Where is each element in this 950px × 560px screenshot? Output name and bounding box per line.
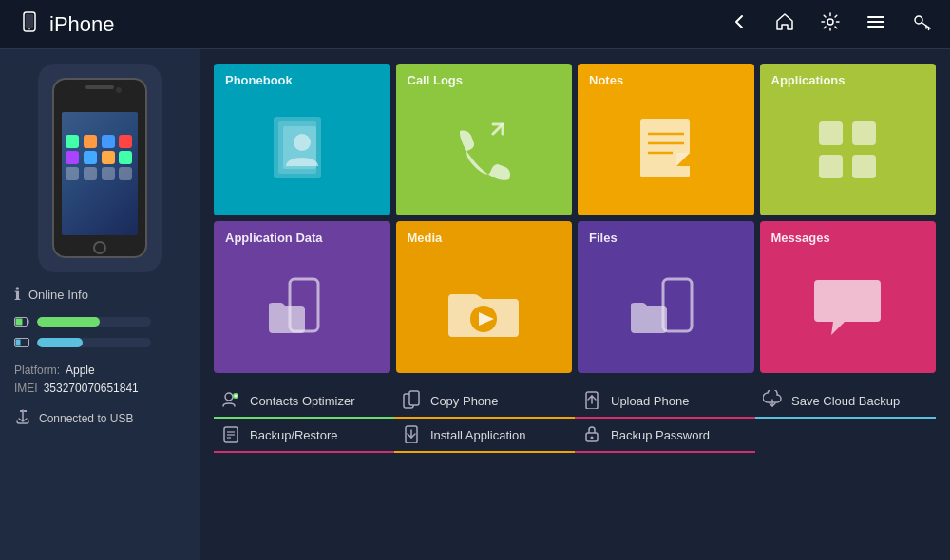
copy-phone-label: Copy Phone xyxy=(430,394,499,408)
sidebar: ℹ Online Info xyxy=(0,49,200,560)
back-button[interactable] xyxy=(732,13,749,35)
notes-icon xyxy=(589,93,743,206)
tile-calllogs[interactable]: Call Logs xyxy=(396,64,573,215)
contacts-optimizer-label: Contacts Optimizer xyxy=(250,394,355,408)
phonebook-icon xyxy=(225,93,379,206)
install-application-icon xyxy=(402,424,423,445)
svg-rect-16 xyxy=(20,410,23,412)
app-title: iPhone xyxy=(49,12,115,37)
tools-grid: Contacts Optimizer Copy Phone xyxy=(214,384,936,453)
backup-restore-label: Backup/Restore xyxy=(250,428,338,442)
tile-messages-label: Messages xyxy=(771,231,925,245)
storage-bar xyxy=(37,338,151,347)
info-icon: ℹ xyxy=(14,284,21,305)
svg-point-21 xyxy=(294,134,311,151)
online-info-row[interactable]: ℹ Online Info xyxy=(14,284,88,305)
online-info-label: Online Info xyxy=(28,288,88,302)
tile-files-label: Files xyxy=(589,231,743,245)
content-area: Phonebook Call Logs xyxy=(200,49,950,560)
applications-icon xyxy=(771,93,925,206)
tile-phonebook-label: Phonebook xyxy=(225,73,379,87)
header-nav xyxy=(732,12,931,36)
home-button[interactable] xyxy=(775,12,794,36)
tile-messages[interactable]: Messages xyxy=(760,221,937,373)
svg-rect-28 xyxy=(819,155,843,178)
save-cloud-backup-label: Save Cloud Backup xyxy=(791,394,900,408)
battery-bar xyxy=(37,317,151,327)
svg-point-34 xyxy=(225,393,233,401)
tile-applications-label: Applications xyxy=(771,73,925,87)
tool-backup-restore[interactable]: Backup/Restore xyxy=(214,419,394,453)
svg-rect-29 xyxy=(852,155,876,178)
battery-row xyxy=(14,314,185,329)
media-icon xyxy=(408,251,561,364)
key-icon[interactable] xyxy=(912,12,931,36)
platform-key: Platform: xyxy=(14,362,60,380)
upload-phone-label: Upload Phone xyxy=(611,394,689,408)
tool-contacts-optimizer[interactable]: Contacts Optimizer xyxy=(214,384,394,419)
svg-point-2 xyxy=(28,28,30,30)
tile-calllogs-label: Call Logs xyxy=(408,73,561,87)
header: iPhone xyxy=(0,0,950,49)
svg-rect-1 xyxy=(26,14,33,28)
tile-appdata[interactable]: Application Data xyxy=(214,221,390,373)
main-layout: ℹ Online Info xyxy=(0,49,950,560)
svg-rect-17 xyxy=(24,410,27,412)
svg-rect-22 xyxy=(640,119,690,177)
svg-rect-15 xyxy=(16,340,21,346)
tool-save-cloud-backup[interactable]: Save Cloud Backup xyxy=(755,384,936,419)
tile-media[interactable]: Media xyxy=(396,221,573,373)
battery-icon xyxy=(14,314,31,329)
svg-rect-33 xyxy=(663,279,692,331)
calllogs-icon xyxy=(408,93,561,206)
svg-rect-27 xyxy=(852,121,876,145)
storage-icon xyxy=(14,335,31,350)
svg-rect-13 xyxy=(16,319,23,326)
copy-phone-icon xyxy=(402,390,423,411)
svg-point-50 xyxy=(591,437,594,439)
backup-password-label: Backup Password xyxy=(611,428,710,442)
imei-val: 353270070651841 xyxy=(44,380,139,398)
settings-icon[interactable] xyxy=(821,12,840,36)
tile-applications[interactable]: Applications xyxy=(760,64,937,215)
phone-icon xyxy=(19,11,40,37)
tile-notes[interactable]: Notes xyxy=(578,64,754,215)
tile-phonebook[interactable]: Phonebook xyxy=(214,64,390,215)
backup-restore-icon xyxy=(221,424,242,445)
usb-icon xyxy=(14,409,31,428)
install-application-label: Install Application xyxy=(430,428,525,442)
tile-appdata-label: Application Data xyxy=(225,231,379,245)
backup-password-icon xyxy=(582,424,603,445)
save-cloud-backup-icon xyxy=(763,390,784,411)
tile-grid: Phonebook Call Logs xyxy=(214,64,936,373)
storage-row xyxy=(14,335,185,350)
tile-media-label: Media xyxy=(408,231,561,245)
svg-rect-39 xyxy=(409,391,419,405)
svg-rect-26 xyxy=(819,121,843,145)
imei-key: IMEI xyxy=(14,380,38,398)
tile-files[interactable]: Files xyxy=(578,221,754,373)
tool-upload-phone[interactable]: Upload Phone xyxy=(575,384,755,419)
tool-backup-password[interactable]: Backup Password xyxy=(575,419,755,453)
tile-notes-label: Notes xyxy=(589,73,743,87)
device-image xyxy=(38,64,162,272)
device-info: Platform: Apple IMEI 353270070651841 xyxy=(14,362,139,398)
appdata-icon xyxy=(225,251,379,364)
contacts-optimizer-icon xyxy=(221,390,242,411)
svg-point-3 xyxy=(827,19,833,25)
svg-rect-12 xyxy=(28,320,29,324)
platform-val: Apple xyxy=(66,362,95,380)
files-icon xyxy=(589,251,743,364)
usb-label: Connected to USB xyxy=(39,412,133,425)
tool-copy-phone[interactable]: Copy Phone xyxy=(394,384,575,419)
upload-phone-icon xyxy=(582,390,603,411)
messages-icon xyxy=(771,251,925,364)
tool-empty xyxy=(755,419,936,453)
header-left: iPhone xyxy=(19,11,115,37)
menu-icon[interactable] xyxy=(866,12,885,36)
usb-row: Connected to USB xyxy=(14,409,133,428)
tool-install-application[interactable]: Install Application xyxy=(394,419,575,453)
